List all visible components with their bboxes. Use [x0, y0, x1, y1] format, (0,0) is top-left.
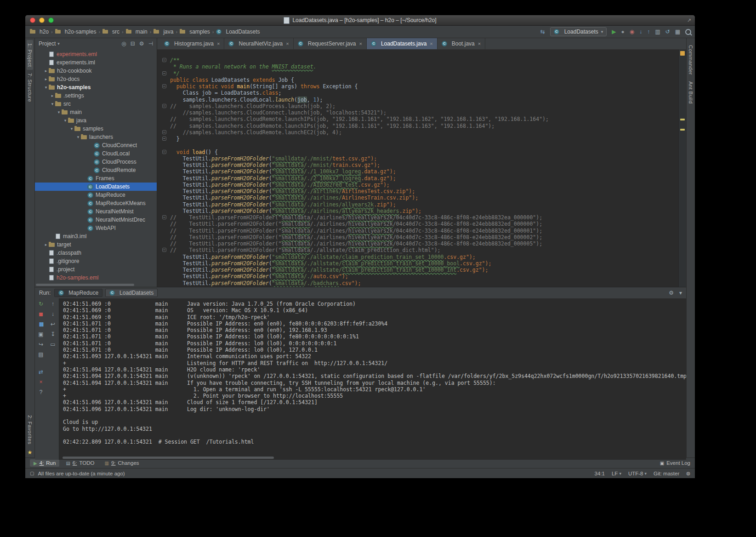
- next-occurrence-icon[interactable]: ↓: [49, 311, 57, 318]
- rerun-icon[interactable]: ↻: [37, 301, 45, 308]
- chevron-right-icon[interactable]: ▸: [43, 242, 49, 247]
- tree-item-cloudremote[interactable]: CCloudRemote: [35, 166, 157, 174]
- tree-item-h2o-samples-eml[interactable]: h2o-samples.eml: [35, 274, 157, 282]
- tree-item-loaddatasets[interactable]: CLoadDatasets: [35, 183, 157, 191]
- breadcrumb-item-h2o[interactable]: h2o: [29, 29, 50, 35]
- chevron-down-icon[interactable]: ▾: [69, 126, 74, 131]
- undo-icon[interactable]: ↺: [665, 29, 670, 35]
- project-horizontal-scrollbar[interactable]: [36, 284, 156, 286]
- toolwindow-toggle-icon[interactable]: ▢: [30, 471, 34, 476]
- tree-item-webapi[interactable]: CWebAPI: [35, 224, 157, 232]
- close-tab-icon[interactable]: ×: [217, 41, 220, 46]
- chevron-down-icon[interactable]: ▾: [63, 118, 68, 123]
- tree-item-h2o-cookbook[interactable]: ▸h2o-cookbook: [35, 67, 157, 75]
- show-console-icon[interactable]: ▣: [37, 331, 45, 338]
- editor-tab-neuralnetviz-java[interactable]: CNeuralNetViz.java×: [224, 38, 293, 49]
- editor-tab-boot-java[interactable]: CBoot.java×: [438, 38, 485, 49]
- tree-item-launchers[interactable]: ▾launchers: [35, 133, 157, 141]
- project-tree[interactable]: experiments.emlexperiments.iml▸h2o-cookb…: [35, 49, 157, 287]
- compare-changes-icon[interactable]: ⇆: [540, 29, 545, 35]
- soft-wrap-icon[interactable]: ↩: [49, 321, 57, 328]
- run-tab-mapreduce[interactable]: CMapReduce: [54, 289, 102, 297]
- encoding-select[interactable]: UTF-8▾: [628, 471, 647, 476]
- tree-item-experiments-eml[interactable]: experiments.eml: [35, 50, 157, 58]
- fullscreen-icon[interactable]: ↗: [687, 17, 691, 23]
- run-configuration-select[interactable]: CLoadDatasets▾: [550, 27, 607, 36]
- chevron-right-icon[interactable]: ▸: [43, 69, 49, 73]
- event-log-button[interactable]: ▣ Event Log: [660, 460, 690, 466]
- chevron-down-icon[interactable]: ▾: [57, 41, 60, 46]
- tree-item-main3-iml[interactable]: main3.iml: [35, 232, 157, 240]
- clear-all-icon[interactable]: ▭: [49, 341, 57, 348]
- print-icon[interactable]: ▤: [37, 351, 45, 358]
- vcs-commit-icon[interactable]: ↑: [647, 29, 650, 35]
- tree-item-mapreducekmeans[interactable]: CMapReduceKMeans: [35, 199, 157, 207]
- breadcrumb-item-h2o-samples[interactable]: h2o-samples: [54, 29, 97, 35]
- close-tab-icon[interactable]: ×: [478, 41, 481, 46]
- chevron-down-icon[interactable]: ▾: [56, 110, 62, 114]
- hide-run-panel-icon[interactable]: ▾: [679, 290, 682, 296]
- console-output[interactable]: 02:41:51.069 :0 main Java version: Java …: [59, 298, 686, 460]
- fold-collapse-icon[interactable]: −: [162, 71, 166, 75]
- tool-tab-run[interactable]: ▶4:Run: [30, 459, 59, 467]
- run-settings-gear-icon[interactable]: ⚙: [669, 290, 674, 296]
- chevron-right-icon[interactable]: ▸: [43, 77, 49, 81]
- tool-button-commander[interactable]: Commander: [688, 42, 694, 78]
- coverage-icon[interactable]: ◉: [630, 29, 634, 35]
- tree-item-main[interactable]: ▾main: [35, 108, 157, 116]
- tree-item-cloudprocess[interactable]: CCloudProcess: [35, 158, 157, 166]
- scroll-to-end-icon[interactable]: ↧: [49, 331, 57, 338]
- tree-item-h2o-samples[interactable]: ▾h2o-samples: [35, 83, 157, 91]
- console-horizontal-scrollbar[interactable]: [63, 457, 274, 459]
- chevron-down-icon[interactable]: ▾: [50, 102, 55, 106]
- breadcrumb-item-LoadDatasets[interactable]: CLoadDatasets: [215, 29, 261, 35]
- fold-collapse-icon[interactable]: −: [162, 104, 166, 108]
- close-window-button[interactable]: [30, 17, 35, 23]
- tree-item-java[interactable]: ▾java: [35, 116, 157, 125]
- pause-output-icon[interactable]: ▮▮: [37, 321, 45, 328]
- close-tab-icon[interactable]: ×: [430, 41, 432, 46]
- zoom-window-button[interactable]: [48, 17, 54, 23]
- scroll-from-source-icon[interactable]: ◎: [121, 40, 126, 47]
- fold-collapse-icon[interactable]: −: [162, 248, 166, 252]
- breadcrumb-item-main[interactable]: main: [125, 29, 148, 35]
- chevron-right-icon[interactable]: ▸: [50, 93, 55, 98]
- close-tab-icon[interactable]: ×: [286, 41, 289, 46]
- tree-item-mapreduce[interactable]: CMapReduce: [35, 191, 157, 199]
- chevron-down-icon[interactable]: ▾: [75, 135, 81, 139]
- fold-collapse-icon[interactable]: −: [162, 150, 166, 154]
- restore-layout-icon[interactable]: ▦: [675, 29, 680, 35]
- tree-item--classpath[interactable]: .classpath: [35, 249, 157, 257]
- tree-item-experiments-iml[interactable]: experiments.iml: [35, 58, 157, 67]
- tree-item-neuralnetmnistdrec[interactable]: CNeuralNetMnistDrec: [35, 216, 157, 224]
- tree-item--settings[interactable]: ▸.settings: [35, 91, 157, 100]
- vcs-branch-widget[interactable]: Git: master: [654, 471, 679, 476]
- tree-item-cloudconnect[interactable]: CCloudConnect: [35, 141, 157, 149]
- titlebar[interactable]: LoadDatasets.java – [h2o-samples] – h2o …: [25, 15, 695, 26]
- close-tab-icon[interactable]: ×: [359, 41, 362, 46]
- tree-item-cloudlocal[interactable]: CCloudLocal: [35, 149, 157, 158]
- line-separator-select[interactable]: LF▾: [612, 471, 621, 476]
- search-everywhere-icon[interactable]: [685, 29, 691, 35]
- tree-item-frames[interactable]: CFrames: [35, 174, 157, 183]
- debug-icon[interactable]: ●: [621, 29, 625, 35]
- tool-button-2-favorites[interactable]: 2: Favorites: [27, 412, 33, 447]
- fold-collapse-icon[interactable]: −: [162, 84, 166, 88]
- vcs-changes-icon[interactable]: ▥: [655, 29, 660, 35]
- editor-tab-requestserver-java[interactable]: CRequestServer.java×: [294, 38, 367, 49]
- fold-collapse-icon[interactable]: −: [162, 130, 166, 134]
- tool-button-ant-build[interactable]: Ant Build: [688, 78, 694, 107]
- tree-item-h2o-docs[interactable]: ▸h2o-docs: [35, 75, 157, 83]
- caret-position[interactable]: 34:1: [595, 471, 605, 476]
- editor-tab-histograms-java[interactable]: CHistograms.java×: [160, 38, 224, 49]
- editor-tab-loaddatasets-java[interactable]: CLoadDatasets.java×: [367, 38, 438, 49]
- tree-item-target[interactable]: ▸target: [35, 240, 157, 249]
- chevron-down-icon[interactable]: ▾: [43, 85, 49, 90]
- tool-tab-changes[interactable]: ▥9:Changes: [101, 459, 142, 467]
- prev-occurrence-icon[interactable]: ↑: [49, 301, 57, 308]
- fold-collapse-icon[interactable]: −: [162, 215, 166, 219]
- tree-item--gitignore[interactable]: .gitignore: [35, 257, 157, 265]
- run-icon[interactable]: ▶: [612, 29, 616, 35]
- tree-item--project[interactable]: .project: [35, 265, 157, 274]
- fold-collapse-icon[interactable]: −: [162, 137, 166, 141]
